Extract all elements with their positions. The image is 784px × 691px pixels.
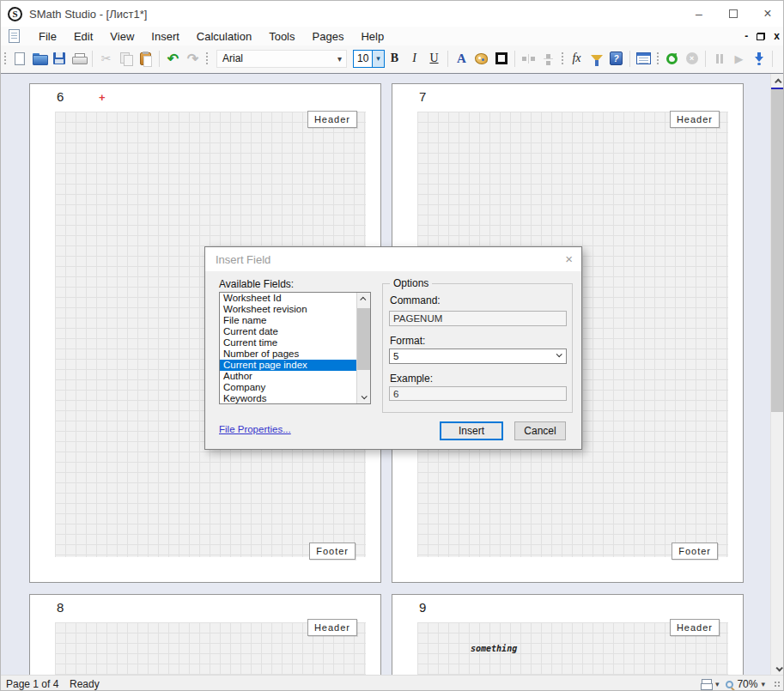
list-item[interactable]: Current time	[220, 337, 370, 349]
menu-insert[interactable]: Insert	[143, 28, 188, 45]
header-region[interactable]: Header	[307, 111, 357, 128]
dialog-title-bar[interactable]: Insert Field ×	[205, 247, 581, 271]
mdi-restore-button[interactable]	[757, 33, 765, 40]
font-family-select[interactable]: Arial ▾	[216, 50, 347, 68]
mdi-minimize-button[interactable]: -	[744, 31, 748, 41]
footer-region[interactable]: Footer	[672, 542, 718, 560]
status-text: Ready	[70, 678, 100, 690]
scroll-down-icon[interactable]	[771, 661, 784, 675]
listbox-scrollbar[interactable]	[356, 293, 370, 403]
example-label: Example:	[390, 373, 433, 385]
border-icon	[495, 52, 507, 64]
scrollbar-thumb[interactable]	[771, 89, 784, 412]
list-item[interactable]: File name	[220, 315, 370, 326]
zoom-level[interactable]: 70%	[737, 678, 757, 690]
reference-button[interactable]: ?	[606, 49, 626, 68]
example-input[interactable]: 6	[389, 386, 567, 401]
scrollbar-thumb[interactable]	[357, 308, 370, 370]
minimize-button[interactable]: –	[682, 1, 716, 27]
menu-file[interactable]: File	[30, 28, 65, 45]
close-button[interactable]: ×	[751, 1, 784, 27]
available-fields-label: Available Fields:	[219, 278, 294, 290]
scroll-up-icon[interactable]	[771, 74, 784, 88]
toolbar-grip[interactable]	[204, 51, 210, 66]
paste-button[interactable]	[136, 49, 155, 68]
align-vertical-button	[538, 49, 558, 68]
recalculate-button[interactable]	[662, 49, 682, 68]
list-item[interactable]: Keywords	[220, 393, 370, 404]
page-number: 9	[419, 600, 426, 615]
header-region[interactable]: Header	[670, 619, 720, 636]
header-region[interactable]: Header	[670, 111, 720, 128]
vertical-scrollbar[interactable]	[770, 74, 784, 675]
command-label: Command:	[390, 294, 441, 306]
chevron-down-icon	[556, 351, 562, 357]
scroll-down-icon[interactable]	[357, 391, 370, 403]
new-document-icon	[15, 52, 25, 65]
save-button[interactable]	[49, 49, 69, 68]
page-9[interactable]: 9 Header something	[392, 594, 744, 675]
background-color-button[interactable]	[471, 49, 491, 68]
stop-icon: ×	[686, 52, 698, 64]
undo-button[interactable]: ↶	[163, 49, 183, 68]
font-size-select[interactable]: 10 ▾	[353, 50, 385, 68]
dialog-close-icon[interactable]: ×	[565, 252, 573, 266]
insert-field-dialog: Insert Field × Available Fields: Workshe…	[204, 246, 582, 450]
options-group-label: Options	[390, 277, 432, 289]
footer-region[interactable]: Footer	[309, 542, 356, 560]
list-item-selected[interactable]: Current page index	[220, 360, 370, 371]
file-properties-link[interactable]: File Properties...	[219, 424, 291, 434]
cancel-button[interactable]: Cancel	[514, 421, 566, 440]
toolbar-separator	[447, 51, 448, 67]
open-button[interactable]	[29, 49, 49, 68]
list-item[interactable]: Author	[220, 371, 370, 382]
toolbar-grip[interactable]	[3, 51, 8, 66]
print-button[interactable]	[69, 49, 88, 68]
format-select[interactable]: 5	[389, 349, 567, 364]
function-button[interactable]: fx	[567, 49, 586, 68]
chevron-down-icon[interactable]: ▾	[715, 680, 720, 688]
list-item[interactable]: Current date	[220, 326, 370, 337]
chevron-down-icon: ▾	[372, 51, 384, 67]
chevron-down-icon[interactable]: ▾	[761, 680, 765, 688]
math-region-text[interactable]: something	[471, 644, 517, 653]
menu-tools[interactable]: Tools	[260, 28, 303, 45]
toolbar-grip[interactable]	[560, 51, 565, 66]
menu-view[interactable]: View	[101, 28, 143, 45]
insert-button[interactable]: Insert	[440, 421, 503, 440]
font-color-button[interactable]: A	[452, 49, 471, 68]
command-input[interactable]: PAGENUM	[389, 311, 567, 326]
list-item[interactable]: Worksheet Id	[220, 293, 370, 304]
page-8[interactable]: 8 Header	[29, 594, 381, 675]
available-fields-listbox[interactable]: Worksheet Id Worksheet revision File nam…	[219, 292, 371, 404]
border-button[interactable]	[491, 49, 511, 68]
reference-book-icon: ?	[610, 52, 623, 65]
header-region[interactable]: Header	[307, 619, 357, 636]
options-form-button[interactable]	[634, 49, 653, 68]
maximize-button[interactable]	[716, 1, 751, 27]
zoom-magnifier-icon[interactable]	[726, 681, 733, 688]
mdi-close-button[interactable]: x	[774, 31, 780, 41]
bold-button[interactable]: B	[385, 49, 404, 68]
toolbar-grip[interactable]	[655, 51, 660, 66]
menu-help[interactable]: Help	[352, 28, 392, 45]
step-button[interactable]	[749, 49, 769, 68]
menu-pages[interactable]: Pages	[304, 28, 353, 45]
menu-calculation[interactable]: Calculation	[188, 28, 260, 45]
list-item[interactable]: Company	[220, 382, 370, 393]
page-layout-icon[interactable]	[701, 679, 712, 689]
new-button[interactable]	[9, 49, 29, 68]
resize-grip[interactable]	[774, 681, 781, 688]
list-item[interactable]: Worksheet revision	[220, 304, 370, 315]
options-groupbox: Options Command: PAGENUM Format: 5 Examp…	[382, 283, 573, 413]
italic-button[interactable]: I	[404, 49, 424, 68]
stop-button: ×	[682, 49, 702, 68]
filter-button[interactable]	[586, 49, 606, 68]
worksheet-canvas[interactable]: 6 + Header Footer 7 Header Footer 8 Head…	[1, 73, 784, 675]
format-value: 5	[393, 351, 398, 361]
page-indicator: Page 1 of 4	[6, 678, 58, 690]
scroll-up-icon[interactable]	[357, 293, 370, 306]
menu-edit[interactable]: Edit	[65, 28, 101, 45]
list-item[interactable]: Number of pages	[220, 349, 370, 360]
underline-button[interactable]: U	[424, 49, 444, 68]
